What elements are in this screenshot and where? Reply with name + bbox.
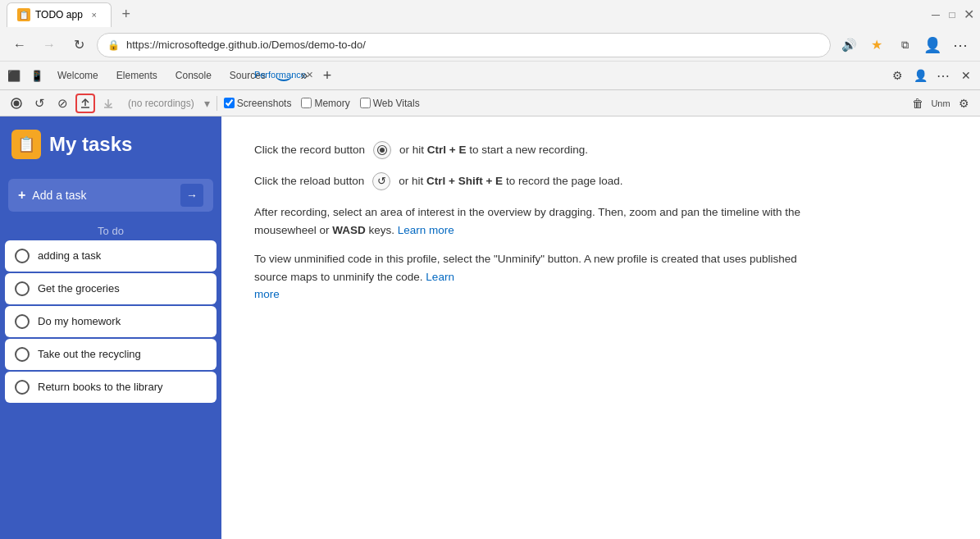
record-instruction-pre: Click the record button [254,141,365,159]
add-task-text: Add a task [32,189,174,202]
reload-instruction-pre: Click the reload button [254,172,364,190]
load-profile-button[interactable] [75,94,95,113]
task-text-5: Return books to the library [38,381,162,395]
todo-logo: 📋 [11,130,41,159]
unminify-button[interactable]: Unm [931,94,950,113]
record-button[interactable] [7,94,26,113]
tab-title: TODO app [35,9,83,21]
memory-label: Memory [314,98,349,109]
collections-button[interactable]: ⧉ [893,34,916,57]
minimize-button[interactable]: ─ [931,10,941,20]
screenshots-checkbox-group: Screenshots [224,98,292,109]
title-bar: 📋 TODO app × + ─ □ ✕ [0,0,980,29]
task-list: adding a task Get the groceries Do my ho… [0,240,221,411]
no-recordings-text: (no recordings) [121,98,201,109]
unminify-instruction: To view unminified code in this profile,… [254,250,828,304]
add-task-bar[interactable]: + Add a task → [8,179,213,212]
memory-checkbox-group: Memory [301,98,349,109]
read-aloud-button[interactable]: 🔊 [837,34,860,57]
task-checkbox-2[interactable] [15,281,30,296]
new-tab-button[interactable]: + [115,3,138,26]
learn-more-link-3[interactable]: more [254,288,280,300]
performance-settings-button[interactable]: ⚙ [954,94,973,113]
learn-more-link-2[interactable]: Learn [426,271,454,283]
favorites-button[interactable]: ★ [865,34,888,57]
recordings-dropdown[interactable]: ▾ [204,97,210,110]
tab-elements[interactable]: Elements [108,64,166,87]
todo-header: 📋 My tasks [0,116,221,172]
lock-icon: 🔒 [107,39,120,51]
add-task-arrow-icon: → [180,184,203,207]
task-item[interactable]: Take out the recycling [5,339,217,370]
device-emulation-button[interactable]: 📱 [26,65,48,86]
web-vitals-checkbox[interactable] [360,98,371,108]
maximize-button[interactable]: □ [947,10,957,20]
address-actions: 🔊 ★ ⧉ 👤 ⋯ [837,34,972,57]
devtools-more-button[interactable]: ⋯ [932,65,954,86]
task-item[interactable]: Do my homework [5,306,217,337]
svg-point-7 [380,148,385,153]
task-text-2: Get the groceries [38,282,120,296]
screenshots-checkbox[interactable] [224,98,235,108]
task-checkbox-1[interactable] [15,249,30,263]
window-controls: ─ □ ✕ [931,10,973,20]
toolbar-separator-1 [217,96,217,111]
reload-instruction-line: Click the reload button ↺ or hit Ctrl + … [254,172,828,190]
url-text: https://microsoftedge.github.io/Demos/de… [126,39,366,51]
record-instruction-line: Click the record button or hit Ctrl + E … [254,141,828,159]
devtools-content: Click the record button or hit Ctrl + E … [221,116,980,539]
todo-section-label: To do [0,218,221,240]
active-tab[interactable]: 📋 TODO app × [7,2,112,27]
task-text-4: Take out the recycling [38,348,141,362]
clear-recording-button[interactable]: ⊘ [52,94,72,113]
devtools-right-icons: ⚙ 👤 ⋯ ✕ [887,65,977,86]
memory-checkbox[interactable] [301,98,312,108]
reload-record-button[interactable]: ↺ [30,94,49,113]
task-text-3: Do my homework [38,315,121,329]
tab-strip: 📋 TODO app × + [7,2,928,27]
reload-instruction-shortcut: or hit Ctrl + Shift + E to record the pa… [399,172,622,190]
refresh-button[interactable]: ↻ [67,34,90,57]
task-checkbox-5[interactable] [15,380,30,395]
task-item[interactable]: Get the groceries [5,273,217,304]
tab-welcome[interactable]: Welcome [49,64,107,87]
overview-instruction: After recording, select an area of inter… [254,203,828,239]
task-checkbox-3[interactable] [15,314,30,329]
tab-console[interactable]: Console [167,64,220,87]
learn-more-link-1[interactable]: Learn more [398,224,454,236]
devtools-close-button[interactable]: ✕ [955,65,977,86]
task-item[interactable]: adding a task [5,240,217,272]
tab-favicon: 📋 [17,8,30,21]
back-button[interactable]: ← [8,34,31,57]
svg-point-1 [14,100,20,106]
devtools-toolbar: ↺ ⊘ (no recordings) ▾ Screenshots Memory… [0,90,980,116]
address-input[interactable]: 🔒 https://microsoftedge.github.io/Demos/… [97,33,831,57]
todo-sidebar: 📋 My tasks + Add a task → To do adding a… [0,116,221,539]
close-button[interactable]: ✕ [964,10,973,20]
main-layout: 📋 My tasks + Add a task → To do adding a… [0,116,980,539]
web-vitals-label: Web Vitals [373,98,420,109]
task-text-1: adding a task [38,249,101,263]
task-item[interactable]: Return books to the library [5,372,217,403]
address-bar: ← → ↻ 🔒 https://microsoftedge.github.io/… [0,29,980,62]
forward-button[interactable]: → [38,34,61,57]
delete-recording-button[interactable]: 🗑 [908,94,928,113]
devtools-focus-button[interactable]: 👤 [909,65,931,86]
more-tabs-button[interactable]: » [294,65,315,86]
devtools-settings-button[interactable]: ⚙ [887,65,908,86]
settings-menu-button[interactable]: ⋯ [949,34,972,57]
web-vitals-checkbox-group: Web Vitals [360,98,420,109]
add-tab-button[interactable]: + [317,65,338,86]
inspect-element-button[interactable]: ⬛ [3,65,25,86]
tab-performance[interactable]: Performance ✕ [276,70,292,81]
address-text: https://microsoftedge.github.io/Demos/de… [126,39,820,51]
todo-title: My tasks [49,133,132,156]
screenshots-label: Screenshots [237,98,292,109]
devtools-tabs-bar: ⬛ 📱 Welcome Elements Console Sources Per… [0,62,980,90]
reload-icon-inline: ↺ [372,172,390,190]
save-profile-button[interactable] [98,94,118,113]
task-checkbox-4[interactable] [15,347,30,362]
tab-close-button[interactable]: × [88,8,101,21]
profile-button[interactable]: 👤 [921,34,944,57]
add-task-plus-icon: + [18,188,25,203]
